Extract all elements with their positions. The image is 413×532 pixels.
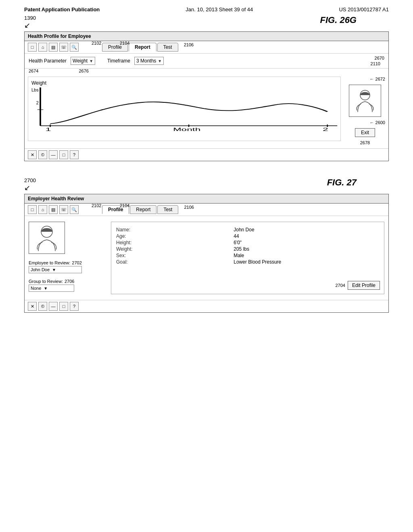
toolbar-icon-doc[interactable]: □ (28, 43, 37, 52)
tab-test-26g[interactable]: Test (157, 43, 178, 52)
tab-ref3-27: 2106 (184, 205, 194, 210)
panel-footer-27: ✕ © — □ ? (25, 300, 388, 312)
tab-ref1-27: 2102 (92, 203, 101, 208)
tab-report-27[interactable]: Report (130, 205, 156, 214)
toolbar27-icon-home[interactable]: ⌂ (38, 205, 47, 214)
name-label: Name: (116, 227, 230, 233)
age-value: 44 (234, 233, 379, 239)
toolbar27-icon-doc[interactable]: □ (28, 205, 37, 214)
employee-arrow: ▼ (52, 268, 56, 272)
footer-icon-minus[interactable]: — (49, 150, 58, 159)
param-label: Health Parameter (29, 58, 67, 64)
height-value: 6'0" (234, 240, 379, 245)
footer-icon-copy[interactable]: © (38, 150, 47, 159)
footer27-icon-x[interactable]: ✕ (28, 302, 37, 311)
param-ref: 2674 (29, 69, 38, 73)
fig27-title: FIG. 27 (327, 177, 357, 188)
profile-ref-2704: 2704 (335, 283, 345, 288)
avatar-box-27 (29, 222, 65, 254)
tab-report-26g[interactable]: Report (129, 43, 156, 52)
avatar-svg-27 (33, 224, 61, 252)
date-sheet: Jan. 10, 2013 Sheet 39 of 44 (186, 6, 253, 12)
timeframe-ref: 2676 (79, 69, 88, 73)
toolbar27-icon-phone[interactable]: ☏ (59, 205, 68, 214)
control-ref-2110: 2110 (371, 61, 380, 66)
chart-container-26g: Weight Lbs 2 (28, 77, 341, 141)
timeframe-label: Timeframe (107, 58, 130, 64)
group-select[interactable]: None ▼ (29, 285, 74, 292)
param-arrow: ▼ (89, 59, 93, 63)
profile-table-27: Name: John Doe Age: 44 Height: 6'0" Weig… (116, 227, 379, 265)
chart-area-26g: Weight Lbs 2 (25, 73, 388, 148)
tab-group-27: Profile Report Test (102, 205, 179, 214)
footer27-icon-help[interactable]: ? (70, 302, 79, 311)
toolbar-icon-home[interactable]: ⌂ (38, 43, 47, 52)
panel-toolbar-27: □ ⌂ ▤ ☏ 🔍 2102 2104 Profile Report Test … (25, 204, 388, 216)
footer-icon-square[interactable]: □ (59, 150, 68, 159)
y-value: 2 (36, 100, 39, 105)
panel1-number: 1390 (24, 15, 36, 21)
timeframe-arrow: ▼ (158, 59, 162, 63)
employee-label: Employee to Review: (29, 260, 70, 265)
panel-ref-2670: 2670 (375, 56, 384, 60)
y-label: Lbs (31, 87, 39, 92)
toolbar27-icon-list[interactable]: ▤ (49, 205, 58, 214)
profile-content-27: Employee to Review: 2702 John Doe ▼ Grou… (25, 216, 388, 300)
toolbar-icons-26g: □ ⌂ ▤ ☏ 🔍 (28, 43, 79, 52)
panel-fig26g: Health Profile for Employee □ ⌂ ▤ ☏ 🔍 21… (24, 31, 389, 161)
patent-number: US 2013/0012787 A1 (339, 6, 389, 12)
footer27-icon-copy[interactable]: © (38, 302, 47, 311)
tab-ref2-27: 2104 (120, 203, 129, 208)
sex-label: Sex: (116, 253, 230, 258)
tab-ref2-26g: 2104 (120, 41, 129, 46)
panel-fig27: Employer Health Review □ ⌂ ▤ ☏ 🔍 2102 21… (24, 194, 389, 313)
group-label: Group to Review: (29, 279, 63, 284)
pub-label: Patent Application Publication (24, 6, 100, 12)
panel-header-26g: Health Profile for Employee (25, 32, 388, 41)
chart-right-panel: ← 2672 (345, 77, 385, 145)
employee-select[interactable]: John Doe ▼ (29, 266, 82, 273)
name-value: John Doe (234, 227, 379, 233)
panel2-number: 2700 (24, 177, 36, 183)
svg-text:Month: Month (173, 127, 200, 132)
employee-ref: 2702 (72, 260, 81, 265)
edit-profile-button[interactable]: Edit Profile (348, 281, 380, 290)
group-arrow: ▼ (44, 286, 48, 291)
timeframe-select[interactable]: 3 Months ▼ (134, 57, 164, 65)
svg-text:1: 1 (46, 127, 51, 132)
chart-title: Weight (31, 80, 337, 86)
avatar-box-26g (349, 85, 381, 117)
age-label: Age: (116, 233, 230, 239)
weight-value: 205 lbs (234, 246, 379, 252)
toolbar-icon-list[interactable]: ▤ (49, 43, 58, 52)
tab-test-27[interactable]: Test (157, 205, 178, 214)
group-ref: 2706 (65, 279, 74, 284)
exit-button[interactable]: Exit (355, 128, 375, 137)
chart-svg: 1 Month 2 (40, 87, 337, 128)
footer-icon-x[interactable]: ✕ (28, 150, 37, 159)
toolbar27-icon-search[interactable]: 🔍 (70, 205, 79, 214)
profile-left-27: Employee to Review: 2702 John Doe ▼ Grou… (29, 222, 101, 294)
ref-2678: 2678 (360, 140, 370, 145)
sex-value: Male (234, 253, 379, 258)
svg-text:2: 2 (323, 127, 328, 132)
tab-ref1-26g: 2102 (92, 41, 101, 46)
toolbar-icon-phone[interactable]: ☏ (59, 43, 68, 52)
goal-value: Lower Blood Pressure (234, 259, 379, 265)
page-header: Patent Application Publication Jan. 10, … (0, 0, 413, 15)
panel-toolbar-26g: □ ⌂ ▤ ☏ 🔍 2102 2104 Profile Report Test … (25, 41, 388, 54)
height-label: Height: (116, 240, 230, 245)
tab-group-26g: Profile Report Test (102, 43, 179, 52)
tab-ref3-26g: 2106 (184, 42, 194, 47)
footer27-icon-minus[interactable]: — (49, 302, 58, 311)
footer-icon-help[interactable]: ? (70, 150, 79, 159)
panel-controls-26g: Health Parameter Weight ▼ Timeframe 3 Mo… (25, 54, 388, 69)
toolbar-icons-27: □ ⌂ ▤ ☏ 🔍 (28, 205, 79, 214)
weight-label: Weight: (116, 246, 230, 252)
avatar-svg (353, 88, 377, 114)
ref-2672: ← 2672 (369, 77, 385, 81)
toolbar-icon-search[interactable]: 🔍 (70, 43, 79, 52)
panel-header-27: Employer Health Review (25, 194, 388, 204)
footer27-icon-square[interactable]: □ (59, 302, 68, 311)
param-select[interactable]: Weight ▼ (71, 57, 95, 65)
